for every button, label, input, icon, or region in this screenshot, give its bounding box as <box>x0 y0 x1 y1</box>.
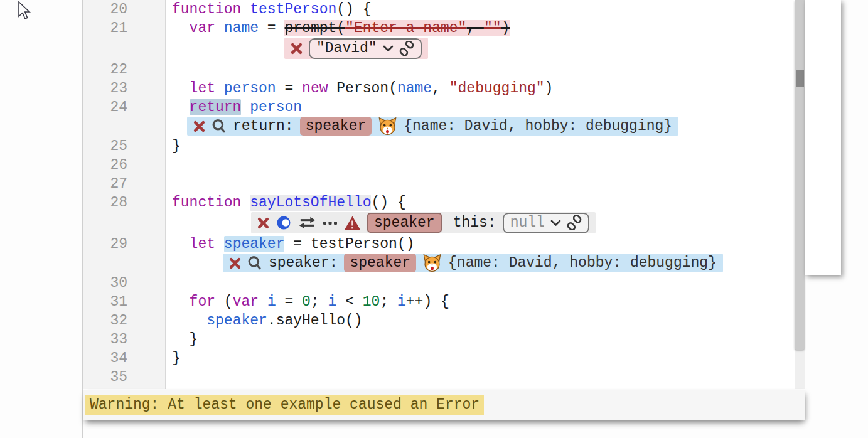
value-text: null <box>510 215 545 231</box>
code-line: 21 var name = prompt("Enter a name", "") <box>83 19 795 38</box>
line-number: 24 <box>83 98 165 117</box>
probe-row: speaker:speaker{name: David, hobby: debu… <box>83 254 795 274</box>
code-line: 30 <box>83 274 795 292</box>
close-icon[interactable] <box>257 217 269 229</box>
probe-row: speakerthis:null <box>83 212 795 235</box>
code-line: 27 <box>83 174 795 193</box>
chevron-down-icon[interactable] <box>383 45 394 52</box>
close-icon[interactable] <box>229 257 241 269</box>
line-number: 31 <box>83 292 165 311</box>
line-number: 20 <box>83 0 165 19</box>
probe-label: return: <box>233 118 294 134</box>
code-line: 26 <box>83 156 795 174</box>
warning-message: Warning: At least one example caused an … <box>85 395 484 415</box>
vertical-scrollbar[interactable] <box>795 0 805 389</box>
probe-value: {name: David, hobby: debugging} <box>448 255 717 271</box>
example-chip[interactable]: speaker <box>300 117 372 136</box>
magnifier-icon[interactable] <box>247 255 262 271</box>
status-bar: Warning: At least one example caused an … <box>83 390 805 420</box>
code-text: var name = prompt("Enter a name", "") <box>165 19 510 38</box>
code-line: 33 } <box>83 330 795 349</box>
probe-bar: return:speaker{name: David, hobby: debug… <box>187 117 678 136</box>
probe-bar: speaker:speaker{name: David, hobby: debu… <box>223 254 723 272</box>
mouse-cursor <box>18 1 33 20</box>
probe-row: return:speaker{name: David, hobby: debug… <box>83 117 795 137</box>
line-number: 25 <box>83 137 165 156</box>
probe-value: {name: David, hobby: debugging} <box>404 118 672 134</box>
swap-arrows-icon[interactable] <box>298 215 316 230</box>
example-chip[interactable]: speaker <box>367 213 442 233</box>
line-number: 34 <box>83 349 165 368</box>
link-icon[interactable] <box>567 215 582 230</box>
code-text: let speaker = testPerson() <box>165 235 415 254</box>
probe-label: speaker: <box>269 255 338 271</box>
example-chip[interactable]: speaker <box>344 254 416 272</box>
line-number: 23 <box>83 79 165 98</box>
scrollbar-track-upper[interactable] <box>795 0 805 350</box>
code-text: } <box>165 349 181 368</box>
scrollbar-thumb[interactable] <box>796 70 804 87</box>
code-rows: 20function testPerson() {21 var name = p… <box>83 0 795 387</box>
code-text: function testPerson() { <box>165 0 371 19</box>
line-number: 26 <box>83 156 165 174</box>
code-line: 22 <box>83 60 795 79</box>
code-line: 20function testPerson() { <box>83 0 795 19</box>
code-line: 24 return person <box>83 98 795 117</box>
probe-row: "David" <box>83 38 795 60</box>
code-editor[interactable]: 20function testPerson() {21 var name = p… <box>83 0 795 389</box>
value-dropdown[interactable]: null <box>503 213 589 233</box>
ellipsis-icon[interactable] <box>323 215 338 230</box>
gutter-divider <box>165 0 166 389</box>
code-line: 23 let person = new Person(name, "debugg… <box>83 79 795 98</box>
code-text: function sayLotsOfHello() { <box>165 193 406 212</box>
toggle-icon[interactable] <box>276 215 292 231</box>
screenshot-root: 20function testPerson() {21 var name = p… <box>0 0 868 438</box>
code-text: return person <box>165 98 302 117</box>
code-text: speaker.sayHello() <box>165 311 363 330</box>
probe-label: this: <box>453 215 496 231</box>
line-number: 29 <box>83 235 165 254</box>
probe-bar: speakerthis:null <box>251 212 596 233</box>
code-line: 25} <box>83 137 795 156</box>
cat-emoji-icon <box>378 117 397 136</box>
line-number: 30 <box>83 274 165 292</box>
code-text: for (var i = 0; i < 10; i++) { <box>165 292 449 311</box>
code-line: 35 <box>83 368 795 387</box>
code-line: 29 let speaker = testPerson() <box>83 235 795 254</box>
line-number: 27 <box>83 174 165 193</box>
magnifier-icon[interactable] <box>212 118 227 134</box>
code-text: } <box>165 330 198 349</box>
line-number: 32 <box>83 311 165 330</box>
code-line: 31 for (var i = 0; i < 10; i++) { <box>83 292 795 311</box>
side-panel <box>805 0 841 275</box>
code-line: 28function sayLotsOfHello() { <box>83 193 795 212</box>
chevron-down-icon[interactable] <box>550 220 561 227</box>
line-number: 21 <box>83 19 165 38</box>
value-text: "David" <box>316 40 377 56</box>
code-text: let person = new Person(name, "debugging… <box>165 79 553 98</box>
line-number: 28 <box>83 193 165 212</box>
cat-emoji-icon <box>422 254 442 272</box>
code-line: 34} <box>83 349 795 368</box>
line-number: 35 <box>83 368 165 387</box>
line-number: 22 <box>83 60 165 79</box>
code-text: } <box>165 137 181 156</box>
line-number: 33 <box>83 330 165 349</box>
value-dropdown[interactable]: "David" <box>309 38 422 59</box>
warning-icon[interactable] <box>344 215 361 231</box>
link-icon[interactable] <box>399 41 414 56</box>
probe-bar: "David" <box>284 38 428 59</box>
code-line: 32 speaker.sayHello() <box>83 311 795 330</box>
close-icon[interactable] <box>193 120 205 132</box>
close-icon[interactable] <box>291 43 303 55</box>
